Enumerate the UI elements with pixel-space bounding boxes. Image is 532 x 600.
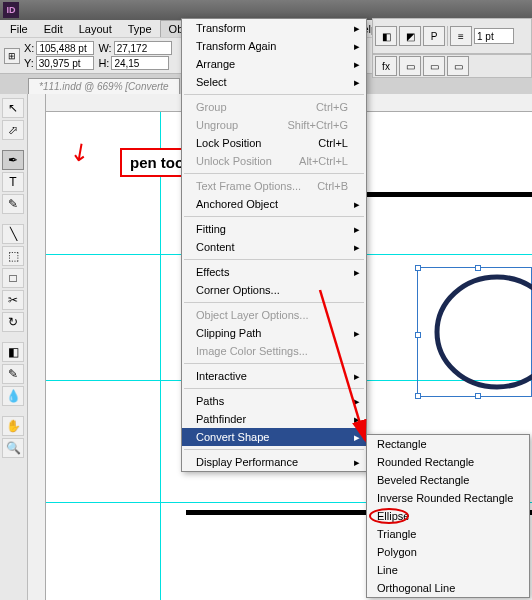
reference-point-icon[interactable]: ⊞ xyxy=(4,48,20,64)
menu-item-ungroup: UngroupShift+Ctrl+G xyxy=(182,116,366,134)
ruler-vertical[interactable] xyxy=(28,94,46,600)
menu-item-unlock-position: Unlock PositionAlt+Ctrl+L xyxy=(182,152,366,170)
submenu-item-rectangle[interactable]: Rectangle xyxy=(367,435,529,453)
menu-item-content[interactable]: Content▸ xyxy=(182,238,366,256)
menu-item-arrange[interactable]: Arrange▸ xyxy=(182,55,366,73)
annotation-arrow-icon: ↙ xyxy=(64,135,96,169)
menu-item-effects[interactable]: Effects▸ xyxy=(182,263,366,281)
zoom-tool[interactable]: 🔍 xyxy=(2,438,24,458)
menu-item-select[interactable]: Select▸ xyxy=(182,73,366,91)
menu-edit[interactable]: Edit xyxy=(36,21,71,37)
submenu-item-inverse-rounded-rectangle[interactable]: Inverse Rounded Rectangle xyxy=(367,489,529,507)
menu-item-fitting[interactable]: Fitting▸ xyxy=(182,220,366,238)
app-icon: ID xyxy=(3,2,19,18)
svg-point-0 xyxy=(437,277,532,387)
rotate-tool[interactable]: ↻ xyxy=(2,312,24,332)
x-label: X: xyxy=(24,42,34,54)
hand-tool[interactable]: ✋ xyxy=(2,416,24,436)
menu-item-object-layer-options-: Object Layer Options... xyxy=(182,306,366,324)
menu-item-corner-options-[interactable]: Corner Options... xyxy=(182,281,366,299)
stroke-weight-icon: ≡ xyxy=(450,26,472,46)
submenu-item-rounded-rectangle[interactable]: Rounded Rectangle xyxy=(367,453,529,471)
rect-frame-tool[interactable]: ⬚ xyxy=(2,246,24,266)
ellipse-object[interactable] xyxy=(422,272,532,392)
menu-item-pathfinder[interactable]: Pathfinder▸ xyxy=(182,410,366,428)
wrap-icon[interactable]: ▭ xyxy=(399,56,421,76)
submenu-item-line[interactable]: Line xyxy=(367,561,529,579)
menu-item-transform[interactable]: Transform▸ xyxy=(182,19,366,37)
eyedrop-tool[interactable]: 💧 xyxy=(2,386,24,406)
direct-tool[interactable]: ⬀ xyxy=(2,120,24,140)
y-label: Y: xyxy=(24,57,34,69)
gradient-tool[interactable]: ◧ xyxy=(2,342,24,362)
x-input[interactable] xyxy=(36,41,94,55)
menu-layout[interactable]: Layout xyxy=(71,21,120,37)
h-input[interactable] xyxy=(111,56,169,70)
right-panel-stroke: ◧ ◩ P ≡ xyxy=(372,18,532,54)
document-tab[interactable]: *111.indd @ 669% [Converte xyxy=(28,78,180,94)
menu-item-clipping-path[interactable]: Clipping Path▸ xyxy=(182,324,366,342)
right-panel-effects: fx ▭ ▭ ▭ xyxy=(372,54,532,78)
submenu-item-orthogonal-line[interactable]: Orthogonal Line xyxy=(367,579,529,597)
menu-file[interactable]: File xyxy=(2,21,36,37)
menu-item-interactive[interactable]: Interactive▸ xyxy=(182,367,366,385)
pencil-tool[interactable]: ✎ xyxy=(2,194,24,214)
w-label: W: xyxy=(98,42,111,54)
paragraph-style-icon[interactable]: P xyxy=(423,26,445,46)
arrow-tool[interactable]: ↖ xyxy=(2,98,24,118)
fill-swatch-icon[interactable]: ◧ xyxy=(375,26,397,46)
h-label: H: xyxy=(98,57,109,69)
rect-tool[interactable]: □ xyxy=(2,268,24,288)
wrap3-icon[interactable]: ▭ xyxy=(447,56,469,76)
stroke-swatch-icon[interactable]: ◩ xyxy=(399,26,421,46)
menu-item-transform-again[interactable]: Transform Again▸ xyxy=(182,37,366,55)
y-input[interactable] xyxy=(36,56,94,70)
w-input[interactable] xyxy=(114,41,172,55)
menu-item-image-color-settings-: Image Color Settings... xyxy=(182,342,366,360)
menu-item-paths[interactable]: Paths▸ xyxy=(182,392,366,410)
menu-type[interactable]: Type xyxy=(120,21,160,37)
pen-tool[interactable]: ✒ xyxy=(2,150,24,170)
stroke-weight-input[interactable] xyxy=(474,28,514,44)
convert-shape-submenu: RectangleRounded RectangleBeveled Rectan… xyxy=(366,434,530,598)
toolbox: ↖⬀✒T✎╲⬚□✂↻◧✎💧✋🔍 xyxy=(0,94,28,600)
menu-item-anchored-object[interactable]: Anchored Object▸ xyxy=(182,195,366,213)
object-menu-dropdown: Transform▸Transform Again▸Arrange▸Select… xyxy=(181,18,367,472)
menu-item-lock-position[interactable]: Lock PositionCtrl+L xyxy=(182,134,366,152)
fx-icon[interactable]: fx xyxy=(375,56,397,76)
type-tool[interactable]: T xyxy=(2,172,24,192)
menu-item-text-frame-options-: Text Frame Options...Ctrl+B xyxy=(182,177,366,195)
line-tool[interactable]: ╲ xyxy=(2,224,24,244)
menu-item-group: GroupCtrl+G xyxy=(182,98,366,116)
scissors-tool[interactable]: ✂ xyxy=(2,290,24,310)
submenu-item-triangle[interactable]: Triangle xyxy=(367,525,529,543)
submenu-item-ellipse[interactable]: Ellipse xyxy=(367,507,529,525)
wrap2-icon[interactable]: ▭ xyxy=(423,56,445,76)
submenu-item-beveled-rectangle[interactable]: Beveled Rectangle xyxy=(367,471,529,489)
submenu-item-polygon[interactable]: Polygon xyxy=(367,543,529,561)
menu-item-convert-shape[interactable]: Convert Shape▸ xyxy=(182,428,366,446)
note-tool[interactable]: ✎ xyxy=(2,364,24,384)
menu-item-display-performance[interactable]: Display Performance▸ xyxy=(182,453,366,471)
